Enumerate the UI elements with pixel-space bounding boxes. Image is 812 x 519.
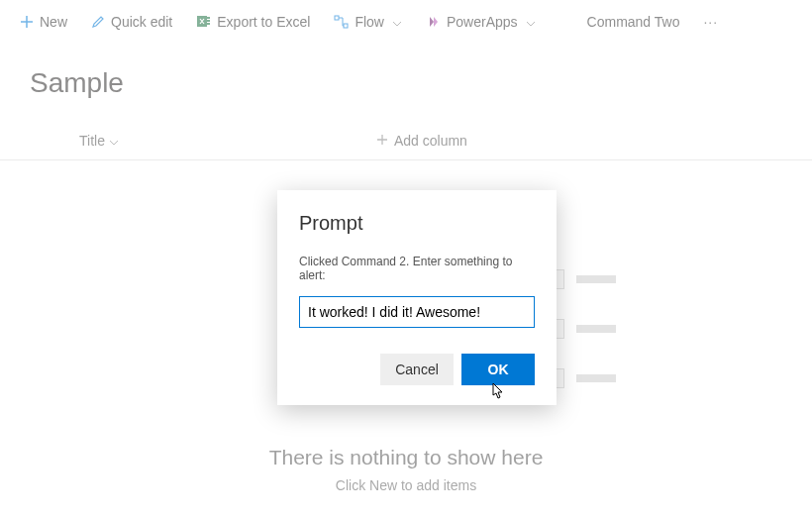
dialog-title: Prompt	[299, 212, 535, 235]
cancel-button[interactable]: Cancel	[380, 354, 454, 385]
dialog-buttons: Cancel OK	[299, 354, 535, 385]
ok-button[interactable]: OK	[461, 354, 535, 385]
prompt-input[interactable]	[299, 296, 535, 328]
prompt-dialog: Prompt Clicked Command 2. Enter somethin…	[277, 190, 557, 405]
dialog-message: Clicked Command 2. Enter something to al…	[299, 255, 535, 282]
